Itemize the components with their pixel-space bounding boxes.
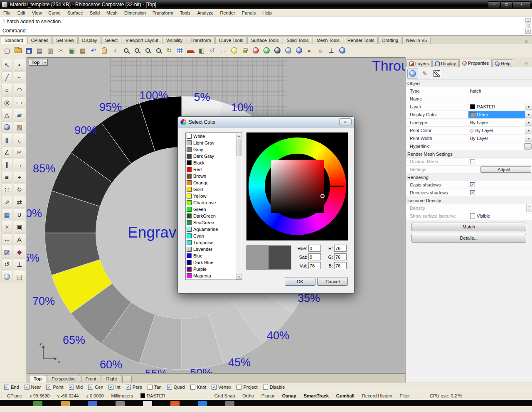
color-picker-dot[interactable] [320,194,325,198]
options-icon[interactable]: ☼ [315,45,326,56]
taskbar-icon-5[interactable] [143,401,152,406]
status-cplane[interactable]: CPlane [3,393,26,398]
ring-label-70[interactable]: 70% [32,295,55,308]
cylinder-icon[interactable]: ▮ [1,134,13,145]
status-millimeters[interactable]: Millimeters [108,393,137,398]
viewport-tab-right[interactable]: Right [102,375,122,383]
layer-dropdown-icon[interactable]: ▼ [525,103,532,110]
zoom-window-icon[interactable] [131,45,142,56]
rotate-icon[interactable]: ↻ [14,184,25,195]
viewport-tab-perspective[interactable]: Perspective [47,375,80,383]
density-spinner[interactable]: ▲ ▼ [526,204,532,212]
toolbar-tab-curve-tools[interactable]: Curve Tools [215,37,247,44]
menu-curve[interactable]: Curve [45,10,64,16]
osnap-checkbox-vertex[interactable]: ✓ [212,385,217,390]
print-width-dropdown-icon[interactable]: ▼ [525,135,532,142]
color-option-seagreen[interactable]: SeaGreen [186,219,242,226]
name-value[interactable] [468,95,532,103]
tab-properties[interactable]: Properties [459,59,492,67]
color-option-green[interactable]: Green [186,206,242,213]
toolbar-tab-solid-tools[interactable]: Solid Tools [283,37,312,44]
viewport-title[interactable]: Top [29,59,42,65]
light-icon[interactable] [229,45,239,56]
tab-help[interactable]: Help [492,59,513,67]
saturation-value-square[interactable] [271,160,324,213]
block-icon[interactable]: ◆ [14,246,25,258]
arc-icon[interactable]: ◠ [14,84,25,96]
offset-icon[interactable]: ≡ [1,171,13,183]
dialog-title-bar[interactable]: Select Color × [178,117,354,128]
taskbar-icon-3[interactable] [88,401,97,406]
menu-render[interactable]: Render [217,10,239,16]
osnap-mid[interactable]: ✓Mid [69,385,83,390]
select-icon[interactable]: ↖ [1,59,13,71]
r-input[interactable] [334,245,347,252]
val-input[interactable] [308,262,321,269]
display-color-dropdown-icon[interactable]: ▼ [525,111,532,118]
viewport-tab-top[interactable]: Top [29,375,46,383]
osnap-quad[interactable]: ✓Quad [167,385,185,390]
lock-icon[interactable] [239,45,250,56]
circle-icon[interactable]: ○ [1,84,13,96]
osnap-checkbox-disable[interactable] [263,385,268,390]
ring-label-85[interactable]: 85% [33,162,55,175]
car-icon[interactable] [185,45,196,56]
menu-surface[interactable]: Surface [64,10,86,16]
color-option-orange[interactable]: Orange [186,179,242,186]
status-filter[interactable]: Filter [396,393,414,398]
taskbar-icon-4[interactable] [116,401,125,406]
scroll-thumb[interactable] [236,139,241,156]
sat-input[interactable] [308,253,321,260]
rectangle-icon[interactable]: ▭ [14,96,25,108]
toolbar-tab-mesh-tools[interactable]: Mesh Tools [313,37,343,44]
panel-gear-icon[interactable]: ☼ [522,60,531,66]
osnap-checkbox-knot[interactable] [190,385,195,390]
ring-label-10[interactable]: 10% [231,101,254,114]
osnap-checkbox-point[interactable]: ✓ [46,385,51,390]
menu-help[interactable]: Help [259,10,275,16]
color-list-scrollbar[interactable]: ▲ ▼ [236,133,242,280]
b-input[interactable] [334,262,347,269]
scale-icon[interactable]: ⇗ [1,196,13,208]
through-text[interactable]: Through [372,58,405,74]
menu-edit[interactable]: Edit [14,10,29,16]
osnap-cen[interactable]: ✓Cen [88,385,103,390]
polygon-icon[interactable]: △ [1,109,13,120]
menu-dimension[interactable]: Dimension [121,10,149,16]
color-option-dark-blue[interactable]: Dark Blue [186,259,242,266]
print-color-dropdown-icon[interactable]: ▼ [525,127,532,134]
extend-icon[interactable]: → [14,159,25,170]
osnap-checkbox-cen[interactable]: ✓ [88,385,93,390]
toolbar-tab-transform[interactable]: Transform [187,37,215,44]
osnap-checkbox-int[interactable]: ✓ [108,385,113,390]
osnap-int[interactable]: ✓Int [108,385,120,390]
render-preview-icon[interactable] [261,45,272,56]
cut-icon[interactable]: ✂ [56,45,66,56]
status-cpu-use-0-2[interactable]: CPU use: 0.2 % [426,393,466,398]
digitizer-icon[interactable]: ⊥ [326,45,337,56]
color-option-chartreuse[interactable]: Chartreuse [186,199,242,206]
scroll-thumb[interactable] [526,24,530,29]
status-x-99-5630[interactable]: x 99.5630 [26,393,53,398]
hyperlink-browse-button[interactable]: ... [524,143,532,150]
scroll-up-icon[interactable]: ▲ [525,18,531,23]
rendered-viewport-icon[interactable] [293,45,304,56]
pan-hand-icon[interactable] [99,45,110,56]
osnap-tan[interactable]: Tan [148,385,162,390]
named-views-icon[interactable] [175,45,185,56]
status-record-history[interactable]: Record History [358,393,396,398]
ring-label-75[interactable]: 75% [27,252,39,265]
spinner-down-icon[interactable]: ▼ [527,208,532,212]
curve-edit-icon[interactable]: ↺ [1,258,13,270]
hue-marker[interactable] [329,186,344,187]
zoom-selected-icon[interactable] [153,45,164,56]
toolbar-tab-viewport-layout[interactable]: Viewport Layout [122,37,162,44]
menu-transform[interactable]: Transform [149,10,177,16]
ring-label-5[interactable]: 5% [194,91,210,104]
toolbar-tab-surface-tools[interactable]: Surface Tools [247,37,282,44]
scroll-up-icon[interactable]: ▲ [236,133,242,138]
menu-mesh[interactable]: Mesh [103,10,121,16]
zoom-extents-icon[interactable] [142,45,153,56]
osnap-project[interactable]: Project [236,385,257,390]
layer-value[interactable]: RASTER [477,104,495,109]
